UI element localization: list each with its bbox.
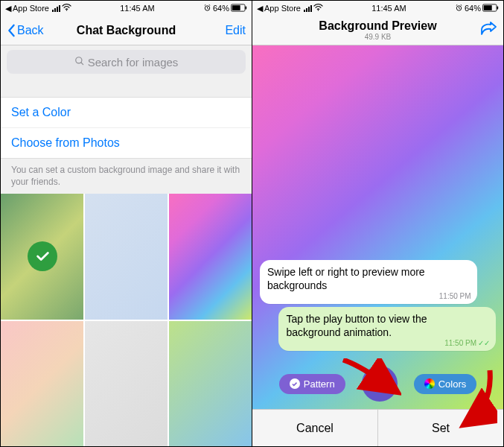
- color-wheel-icon: [424, 378, 435, 389]
- message-text: Swipe left or right to preview more back…: [267, 266, 425, 291]
- page-title: Background Preview: [303, 19, 453, 33]
- preview-area[interactable]: Swipe left or right to preview more back…: [252, 45, 503, 446]
- back-to-app-label[interactable]: App Store: [264, 4, 301, 13]
- bottom-bar: Cancel Set: [252, 409, 503, 446]
- background-grid: [1, 194, 252, 446]
- alarm-icon: [455, 4, 463, 13]
- chat-background-screen: ◀ App Store 11:45 AM 64%: [1, 1, 252, 446]
- nav-bar: Background Preview 49.9 KB: [252, 16, 503, 45]
- chevron-left-icon: [7, 24, 16, 37]
- chat-bubble-area: Swipe left or right to preview more back…: [260, 260, 496, 351]
- selected-check-icon: [28, 241, 57, 271]
- preview-controls: Pattern Colors: [252, 366, 503, 402]
- svg-point-0: [66, 10, 68, 11]
- wifi-icon: [62, 4, 71, 13]
- back-to-app-label[interactable]: App Store: [13, 4, 49, 13]
- page-title: Chat Background: [51, 24, 201, 37]
- signal-icon: [52, 5, 60, 12]
- battery-percent: 64%: [465, 4, 481, 13]
- svg-rect-10: [497, 6, 498, 9]
- set-button[interactable]: Set: [377, 410, 503, 446]
- back-to-app-icon[interactable]: ◀: [257, 4, 263, 13]
- pattern-button[interactable]: Pattern: [279, 374, 345, 394]
- alarm-icon: [203, 4, 211, 13]
- background-thumbnail[interactable]: [169, 194, 252, 319]
- background-thumbnail[interactable]: [1, 194, 83, 319]
- search-icon: [74, 56, 85, 69]
- colors-button[interactable]: Colors: [414, 374, 477, 394]
- cancel-button[interactable]: Cancel: [252, 410, 377, 446]
- share-button[interactable]: [479, 22, 497, 39]
- clock: 11:45 AM: [371, 4, 406, 13]
- battery-icon: [231, 4, 247, 13]
- svg-rect-9: [484, 5, 492, 10]
- battery-icon: [482, 4, 499, 13]
- search-input[interactable]: Search for images: [7, 50, 246, 74]
- svg-point-6: [318, 10, 319, 11]
- play-icon: [372, 376, 387, 391]
- pattern-label: Pattern: [304, 378, 335, 390]
- signal-icon: [304, 5, 312, 12]
- back-button[interactable]: Back: [7, 24, 44, 37]
- svg-rect-3: [232, 5, 240, 10]
- page-subtitle: 49.9 KB: [303, 33, 453, 41]
- background-thumbnail[interactable]: [169, 321, 252, 446]
- options-list: Set a Color Choose from Photos: [1, 97, 252, 159]
- clock: 11:45 AM: [120, 4, 154, 13]
- choose-from-photos-option[interactable]: Choose from Photos: [1, 127, 252, 158]
- status-bar: ◀ App Store 11:45 AM 64%: [1, 1, 252, 16]
- message-time: 11:50 PM✓✓: [444, 339, 490, 349]
- nav-bar: Back Chat Background Edit: [1, 16, 252, 45]
- back-to-app-icon[interactable]: ◀: [5, 4, 11, 13]
- read-ticks-icon: ✓✓: [478, 339, 490, 347]
- check-icon: [290, 378, 300, 389]
- colors-label: Colors: [438, 378, 467, 390]
- set-a-color-option[interactable]: Set a Color: [1, 98, 252, 127]
- message-text: Tap the play button to view the backgrou…: [286, 313, 427, 338]
- svg-rect-4: [245, 6, 246, 9]
- wifi-icon: [313, 4, 323, 13]
- hint-text: You can set a custom background image an…: [1, 159, 252, 194]
- back-label: Back: [17, 24, 44, 37]
- incoming-bubble: Swipe left or right to preview more back…: [260, 260, 477, 304]
- search-placeholder: Search for images: [88, 56, 179, 69]
- message-time: 11:50 PM: [439, 292, 471, 302]
- outgoing-bubble: Tap the play button to view the backgrou…: [278, 307, 496, 351]
- battery-percent: 64%: [213, 4, 229, 13]
- background-thumbnail[interactable]: [85, 321, 168, 446]
- edit-button[interactable]: Edit: [225, 24, 246, 37]
- background-thumbnail[interactable]: [1, 321, 83, 446]
- background-preview-screen: ◀ App Store 11:45 AM 64% Bac: [252, 1, 503, 446]
- share-arrow-icon: [479, 22, 497, 37]
- background-thumbnail[interactable]: [85, 194, 168, 319]
- status-bar: ◀ App Store 11:45 AM 64%: [252, 1, 503, 16]
- play-button[interactable]: [362, 366, 398, 402]
